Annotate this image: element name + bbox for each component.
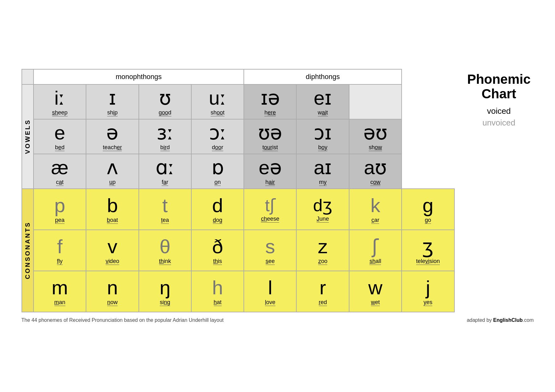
vowel-cell-3: ɜː bird xyxy=(139,119,191,154)
symbol-au: əʊ xyxy=(363,122,387,144)
consonant-cell-eth: ð this xyxy=(191,230,244,271)
chart-title: Phonemic Chart xyxy=(467,72,531,101)
symbol-ii: iː xyxy=(54,87,65,109)
footer-prefix: adapted by xyxy=(467,317,493,323)
word-teacher: teacher xyxy=(103,144,122,151)
word-car: car xyxy=(371,217,379,224)
consonant-cell-m: m man xyxy=(34,271,86,312)
symbol-tsh: tʃ xyxy=(265,196,275,215)
symbol-m: m xyxy=(52,277,68,298)
symbol-I: ɪ xyxy=(109,87,116,109)
word-red: red xyxy=(319,299,327,306)
word-show: show xyxy=(369,144,382,151)
symbol-v: v xyxy=(108,236,117,257)
consonant-cell-s: s see xyxy=(244,230,296,271)
consonant-cell-d: d dog xyxy=(191,189,244,230)
symbol-j: j xyxy=(426,277,430,298)
symbol-p: p xyxy=(54,195,65,216)
vowel-row-2: e bed ə teacher ɜː bird xyxy=(22,119,454,154)
consonant-cell-p: p pea xyxy=(34,189,86,230)
consonant-row-1: CONSONANTS p pea b boat xyxy=(22,189,454,230)
phonemic-chart: monophthongs diphthongs VOWELS iː sheep xyxy=(22,69,455,312)
footer-right: adapted by EnglishClub.com xyxy=(467,317,534,323)
monophthongs-header: monophthongs xyxy=(34,69,244,84)
title-panel: Phonemic Chart voiced unvoiced xyxy=(464,69,534,128)
footer: The 44 phonemes of Received Pronunciatio… xyxy=(22,317,534,323)
symbol-t: t xyxy=(162,195,168,216)
consonant-cell-z: z zoo xyxy=(296,230,349,271)
symbol-Ua: ʊə xyxy=(258,122,282,144)
word-man: man xyxy=(54,299,65,306)
symbol-oi: ɔɪ xyxy=(314,122,332,144)
word-ship: ship xyxy=(107,109,118,116)
vowels-label: VOWELS xyxy=(22,84,34,189)
consonant-cell-l: l love xyxy=(244,271,296,312)
consonant-cell-f: f fly xyxy=(34,230,86,271)
word-sing: sing xyxy=(160,299,170,306)
word-see: see xyxy=(266,258,275,265)
diphthongs-header: diphthongs xyxy=(244,69,402,84)
consonant-row-3: m man n now ŋ sing xyxy=(22,271,454,312)
vowel-cell-I: ɪ ship xyxy=(86,84,139,119)
consonant-cell-dzh: dʒ June xyxy=(296,189,349,230)
symbol-U: ʊ xyxy=(159,87,171,109)
consonant-cell-n: n now xyxy=(86,271,139,312)
symbol-ea: eə xyxy=(259,157,281,178)
symbol-n: n xyxy=(107,277,118,298)
consonant-cell-t: t tea xyxy=(139,189,191,230)
word-yes: yes xyxy=(423,299,432,306)
symbol-eth: ð xyxy=(212,236,223,257)
vowel-cell-o: ɔː door xyxy=(191,119,244,154)
vowel-cell-D: ɒ on xyxy=(191,154,244,189)
word-up: up xyxy=(109,179,115,186)
main-content: monophthongs diphthongs VOWELS iː sheep xyxy=(22,69,534,312)
consonant-cell-r: r red xyxy=(296,271,349,312)
word-cow: cow xyxy=(370,179,380,186)
consonant-cell-k: k car xyxy=(349,189,402,230)
symbol-k: k xyxy=(370,195,380,216)
word-boy: boy xyxy=(318,144,327,151)
word-this: this xyxy=(213,258,222,265)
word-sheep: sheep xyxy=(52,109,68,116)
consonant-cell-sh: ʃ shall xyxy=(349,230,402,271)
word-wait: wait xyxy=(318,109,328,116)
diphthong-cell-au: əʊ show xyxy=(349,119,402,154)
footer-suffix: .com xyxy=(523,317,534,323)
word-go: go xyxy=(425,217,431,224)
word-shoot: shoot xyxy=(211,109,225,116)
symbol-f: f xyxy=(57,236,62,257)
diphthong-cell-Ia: ɪə here xyxy=(244,84,296,119)
header-row: monophthongs diphthongs xyxy=(22,69,454,84)
symbol-uu: uː xyxy=(209,87,226,109)
consonant-cell-b: b boat xyxy=(86,189,139,230)
vowel-cell-U: ʊ good xyxy=(139,84,191,119)
symbol-r: r xyxy=(319,277,326,298)
symbol-ei: eɪ xyxy=(314,87,332,109)
word-june: June xyxy=(317,216,329,223)
unvoiced-label: unvoiced xyxy=(482,118,515,128)
symbol-d: d xyxy=(212,195,223,216)
vowel-cell-schwa: ə teacher xyxy=(86,119,139,154)
word-cat: cat xyxy=(56,179,64,186)
symbol-schwa: ə xyxy=(106,122,118,144)
symbol-aU: aʊ xyxy=(364,157,387,178)
consonant-cell-g: g go xyxy=(402,189,454,230)
title-line1: Phonemic xyxy=(467,72,531,87)
symbol-g: g xyxy=(422,195,433,216)
symbol-s: s xyxy=(265,236,275,257)
symbol-l: l xyxy=(268,277,272,298)
word-tea: tea xyxy=(161,217,169,224)
word-good: good xyxy=(159,109,171,116)
consonant-cell-zh: ʒ television xyxy=(402,230,454,271)
symbol-dzh: dʒ xyxy=(313,196,332,215)
symbol-e: e xyxy=(54,122,65,144)
vowel-row-1: VOWELS iː sheep ɪ ship xyxy=(22,84,454,119)
symbol-ae: æ xyxy=(51,157,69,178)
symbol-b: b xyxy=(107,195,118,216)
word-tourist: tourist xyxy=(262,144,278,151)
word-now: now xyxy=(107,299,118,306)
word-hat: hat xyxy=(214,299,222,306)
title-line2: Chart xyxy=(482,86,516,101)
symbol-Ia: ɪə xyxy=(261,87,280,109)
diphthong-cell-Ua: ʊə tourist xyxy=(244,119,296,154)
